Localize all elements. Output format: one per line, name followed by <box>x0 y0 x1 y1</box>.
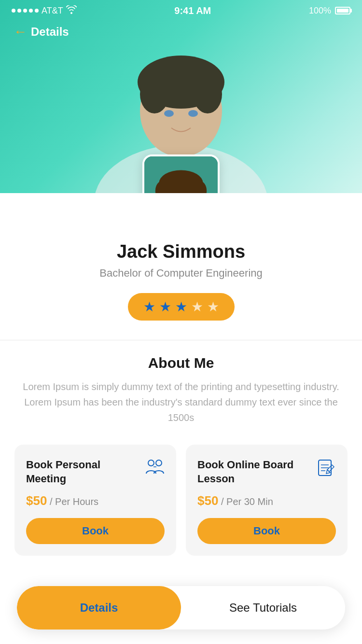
profile-thumb-svg <box>144 154 218 193</box>
about-title: About Me <box>19 355 343 371</box>
status-bar: AT&T 9:41 AM 100% <box>0 0 362 21</box>
card-board-price-label: / Per 30 Min <box>221 496 273 507</box>
profile-info-section: Jack Simmons Bachelor of Computer Engine… <box>0 241 362 335</box>
battery-icon <box>335 7 350 14</box>
profile-name: Jack Simmons <box>14 241 348 262</box>
star-1: ★ <box>143 299 155 315</box>
booking-card-board: Book Online Board Lesson $50 / Per 30 Mi… <box>186 445 348 556</box>
signal-dot-5 <box>35 9 39 13</box>
board-icon <box>315 456 338 479</box>
tab-details-label: Details <box>80 601 118 615</box>
card-board-amount: $50 <box>197 493 218 508</box>
profile-title: Bachelor of Computer Engineering <box>14 267 348 280</box>
book-board-button[interactable]: Book <box>197 518 336 544</box>
back-label: Details <box>31 25 69 39</box>
book-meeting-button[interactable]: Book <box>26 518 165 544</box>
profile-thumbnail <box>142 154 220 193</box>
battery-fill <box>337 9 348 13</box>
profile-thumbnail-wrapper <box>142 154 220 193</box>
section-divider <box>0 340 362 340</box>
star-3: ★ <box>175 299 187 315</box>
card-board-price: $50 / Per 30 Min <box>197 493 336 508</box>
signal-dot-3 <box>23 9 27 13</box>
card-meeting-price: $50 / Per Hours <box>26 493 165 508</box>
booking-card-meeting: Book Personal Meeting $50 / Per Hours Bo… <box>14 445 176 556</box>
back-button[interactable]: ← Details <box>14 25 69 39</box>
status-right: 100% <box>309 6 350 16</box>
wifi-icon <box>66 5 77 16</box>
meeting-icon <box>143 456 167 479</box>
signal-dot-2 <box>17 9 21 13</box>
back-arrow-icon: ← <box>14 25 27 39</box>
tab-tutorials-label: See Tutorials <box>229 601 297 615</box>
card-meeting-price-label: / Per Hours <box>50 496 98 507</box>
card-meeting-amount: $50 <box>26 493 47 508</box>
svg-point-7 <box>188 110 198 117</box>
status-left: AT&T <box>12 5 77 16</box>
svg-point-17 <box>148 460 154 466</box>
signal-dot-1 <box>12 9 15 13</box>
svg-point-18 <box>156 460 162 466</box>
about-text: Lorem Ipsum is simply dummy text of the … <box>19 379 343 425</box>
carrier-label: AT&T <box>42 6 63 16</box>
star-4: ★ <box>191 299 203 315</box>
booking-cards-container: Book Personal Meeting $50 / Per Hours Bo… <box>0 440 362 570</box>
svg-point-5 <box>193 75 222 113</box>
svg-point-4 <box>140 75 169 113</box>
star-5: ★ <box>207 299 219 315</box>
tab-tutorials[interactable]: See Tutorials <box>181 586 345 630</box>
bottom-tab-bar: Details See Tutorials <box>17 586 345 630</box>
svg-point-6 <box>164 110 174 117</box>
battery-percentage: 100% <box>309 6 331 16</box>
tab-details[interactable]: Details <box>17 586 181 630</box>
status-time: 9:41 AM <box>174 5 211 16</box>
about-section: About Me Lorem Ipsum is simply dummy tex… <box>0 355 362 440</box>
signal-dot-4 <box>29 9 33 13</box>
star-2: ★ <box>159 299 171 315</box>
rating-container: ★ ★ ★ ★ ★ <box>128 293 235 321</box>
hero-section: ← Details <box>0 0 362 193</box>
signal-dots <box>12 9 39 13</box>
meeting-icon-svg <box>144 457 166 478</box>
board-icon-svg <box>317 458 336 477</box>
